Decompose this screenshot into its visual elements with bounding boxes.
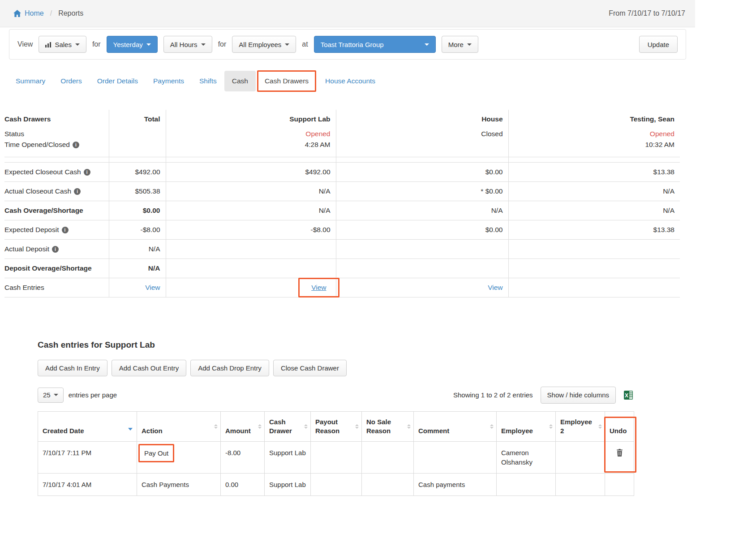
comment-cell [414, 442, 497, 474]
sort-icon[interactable] [407, 424, 411, 429]
add-cash-drop-button[interactable]: Add Cash Drop Entry [190, 360, 269, 376]
info-icon[interactable] [62, 227, 69, 233]
add-cash-out-button[interactable]: Add Cash Out Entry [112, 360, 186, 376]
info-icon[interactable] [73, 142, 79, 148]
tab-shifts[interactable]: Shifts [192, 71, 224, 91]
tab-order-details[interactable]: Order Details [90, 71, 146, 91]
view-link-total[interactable]: View [145, 284, 160, 291]
amount-cell: -8.00 [221, 442, 265, 474]
col-header-no-sale-reason[interactable]: No Sale Reason [362, 411, 414, 442]
add-cash-in-button[interactable]: Add Cash In Entry [38, 360, 107, 376]
entry-row: 7/10/17 4:01 AM Cash Payments 0.00 Suppo… [38, 474, 634, 496]
date-dropdown[interactable]: Yesterday [107, 36, 158, 53]
drawer-header-row: Cash Drawers Total Support Lab House Tes… [4, 110, 680, 129]
tab-summary[interactable]: Summary [8, 71, 53, 91]
tab-orders[interactable]: Orders [53, 71, 89, 91]
actual-closeout-cash-row: Actual Closeout Cash $505.38 N/A * $0.00… [4, 181, 680, 201]
employee-2-cell [556, 474, 605, 496]
actual-deposit-row: Actual Deposit N/A [4, 239, 680, 258]
col-header-created-date[interactable]: Created Date [38, 411, 137, 442]
expected-deposit-row: Expected Deposit -$8.00 -$8.00 $0.00 $13… [4, 220, 680, 239]
caret-down-icon [285, 43, 289, 46]
excel-export-icon[interactable]: X [623, 390, 634, 400]
info-icon[interactable] [52, 246, 59, 253]
info-icon[interactable] [84, 169, 90, 176]
tab-cash[interactable]: Cash [224, 71, 256, 91]
cash-overage-shortage-row: Cash Overage/Shortage $0.00 N/A N/A N/A [4, 201, 680, 220]
cash-entries-table-wrap: Created Date Action Amount Cash Drawer P… [38, 411, 634, 496]
cash-entries-table: Created Date Action Amount Cash Drawer P… [38, 411, 634, 496]
cash-drawer-cell: Support Lab [265, 474, 311, 496]
sort-desc-icon[interactable] [128, 428, 133, 431]
location-select[interactable]: Toast Trattoria Group [314, 36, 436, 53]
update-button[interactable]: Update [639, 36, 678, 53]
info-icon[interactable] [74, 188, 81, 195]
created-date-cell: 7/10/17 4:01 AM [38, 474, 137, 496]
page-size-dropdown[interactable]: 25 [38, 388, 64, 403]
entry-row: 7/10/17 7:11 PM Pay Out -8.00 Support La… [38, 442, 634, 474]
tab-cash-drawers[interactable]: Cash Drawers [257, 70, 316, 92]
annotation-box: Pay Out [138, 444, 174, 462]
no-sale-reason-cell [362, 442, 414, 474]
annotation-box: View [298, 278, 339, 297]
date-dropdown-label: Yesterday [113, 41, 143, 48]
tab-house-accounts[interactable]: House Accounts [318, 71, 383, 91]
report-tabs: Summary Orders Order Details Payments Sh… [0, 70, 695, 92]
action-cell: Cash Payments [137, 474, 221, 496]
status-row: Status Opened Closed Opened [4, 129, 680, 139]
no-sale-reason-cell [362, 474, 414, 496]
show-hide-columns-button[interactable]: Show / hide columns [541, 387, 616, 404]
trash-icon [616, 449, 623, 457]
breadcrumb: Home / Reports [13, 9, 83, 17]
sales-dropdown[interactable]: Sales [39, 36, 86, 53]
reports-app: Home / Reports From 7/10/17 to 7/10/17 V… [0, 0, 695, 560]
created-date-cell: 7/10/17 7:11 PM [38, 442, 137, 474]
cash-entries-section: Cash entries for Support Lab Add Cash In… [38, 340, 634, 496]
home-icon [13, 10, 21, 17]
view-link-support-lab[interactable]: View [311, 284, 326, 291]
caret-down-icon [75, 43, 80, 46]
col-header-employee-2[interactable]: Employee 2 [556, 411, 605, 442]
view-link-house[interactable]: View [488, 284, 503, 291]
col-header-action[interactable]: Action [137, 411, 221, 442]
filter-toolbar: View Sales for Yesterday All Hours for A… [9, 29, 686, 60]
col-header-employee[interactable]: Employee [497, 411, 556, 442]
drawer-col-total: Total [109, 110, 166, 129]
col-header-comment[interactable]: Comment [414, 411, 497, 442]
col-header-amount[interactable]: Amount [221, 411, 265, 442]
sort-icon[interactable] [490, 424, 494, 429]
time-opened-closed-row: Time Opened/Closed 4:28 AM 10:32 AM [4, 139, 680, 150]
close-cash-drawer-button[interactable]: Close Cash Drawer [273, 360, 347, 376]
more-dropdown-label: More [448, 41, 464, 48]
col-header-undo: Undo [605, 411, 634, 442]
employees-dropdown-label: All Employees [239, 41, 281, 48]
cash-entries-row: Cash Entries View View View [4, 278, 680, 297]
drawer-col-support-lab: Support Lab [166, 110, 336, 129]
sort-icon[interactable] [598, 424, 602, 429]
status-testing-sean: Opened [508, 129, 680, 139]
at-label: at [302, 40, 308, 48]
comment-cell: Cash payments [414, 474, 497, 496]
view-label: View [17, 40, 33, 48]
sales-dropdown-label: Sales [55, 41, 72, 48]
col-header-payout-reason[interactable]: Payout Reason [311, 411, 362, 442]
sort-icon[interactable] [304, 424, 308, 429]
employee-cell: Cameron Olshansky [497, 442, 556, 474]
more-dropdown[interactable]: More [442, 36, 478, 53]
employees-dropdown[interactable]: All Employees [232, 36, 296, 53]
home-link[interactable]: Home [13, 9, 44, 17]
showing-entries-label: Showing 1 to 2 of 2 entries [453, 391, 533, 399]
hours-dropdown[interactable]: All Hours [163, 36, 212, 53]
sort-icon[interactable] [258, 424, 262, 429]
deposit-overage-shortage-row: Deposit Overage/Shortage N/A [4, 258, 680, 278]
undo-entry-button[interactable] [614, 448, 626, 459]
cash-drawer-cell: Support Lab [265, 442, 311, 474]
sort-icon[interactable] [549, 424, 553, 429]
sort-icon[interactable] [214, 424, 218, 429]
employee-cell [497, 474, 556, 496]
caret-down-icon [54, 394, 58, 396]
sort-icon[interactable] [355, 424, 359, 429]
tab-payments[interactable]: Payments [146, 71, 192, 91]
col-header-cash-drawer[interactable]: Cash Drawer [265, 411, 311, 442]
breadcrumb-bar: Home / Reports From 7/10/17 to 7/10/17 [0, 0, 695, 27]
